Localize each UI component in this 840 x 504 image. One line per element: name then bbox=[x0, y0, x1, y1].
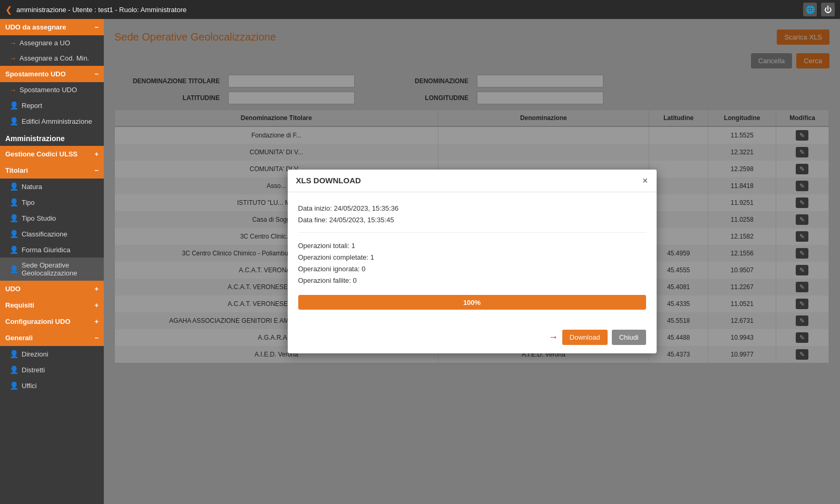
sidebar-item-tipo-label: Tipo bbox=[22, 199, 35, 206]
data-inizio: Data inizio: 24/05/2023, 15:35:36 bbox=[298, 203, 646, 214]
sidebar-item-report[interactable]: 👤 Report bbox=[0, 97, 104, 113]
arrow-indicator: → bbox=[549, 332, 558, 343]
modal-ops-section: Operazioni totali: 1 Operazioni completa… bbox=[298, 240, 646, 286]
sidebar-item-tipo-studio-label: Tipo Studio bbox=[22, 214, 56, 222]
arrow-icon: → bbox=[9, 54, 16, 62]
sidebar-section-spostamento-udo[interactable]: Spostamento UDO − bbox=[0, 66, 104, 82]
power-icon-button[interactable]: ⏻ bbox=[821, 3, 835, 16]
header-icons: 🌐 ⏻ bbox=[803, 3, 835, 16]
xls-download-modal: XLS DOWNLOAD × Data inizio: 24/05/2023, … bbox=[288, 170, 657, 354]
sidebar-section-udo[interactable]: UDO + bbox=[0, 281, 104, 297]
sidebar-item-forma-giuridica[interactable]: 👤 Forma Giuridica bbox=[0, 242, 104, 258]
sidebar-item-spostamento-udo-label: Spostamento UDO bbox=[19, 86, 77, 94]
sidebar-section-udo-assegnare[interactable]: UDO da assegnare − bbox=[0, 19, 104, 35]
user-icon: 👤 bbox=[9, 365, 18, 374]
user-icon: 👤 bbox=[9, 198, 18, 206]
globe-icon-button[interactable]: 🌐 bbox=[803, 3, 817, 16]
sidebar-section-generali-label: Generali bbox=[5, 334, 33, 342]
sidebar-item-classificazione[interactable]: 👤 Classificazione bbox=[0, 226, 104, 242]
sidebar-item-edifici-label: Edifici Amministrazione bbox=[22, 117, 92, 125]
main-layout: UDO da assegnare − → Assegnare a UO → As… bbox=[0, 19, 840, 504]
sidebar-item-natura[interactable]: 👤 Natura bbox=[0, 179, 104, 194]
sidebar-item-forma-giuridica-label: Forma Giuridica bbox=[22, 246, 70, 254]
sidebar-section-gestione-codici-ulss-toggle: + bbox=[94, 150, 99, 158]
sidebar-section-udo-label: UDO bbox=[5, 285, 21, 293]
progress-bar-outer: 100% bbox=[298, 295, 646, 310]
sidebar-section-gestione-codici-ulss[interactable]: Gestione Codici ULSS + bbox=[0, 146, 104, 162]
sidebar-section-titolari[interactable]: Titolari − bbox=[0, 162, 104, 179]
sidebar-item-distretti[interactable]: 👤 Distretti bbox=[0, 362, 104, 378]
modal-close-button[interactable]: × bbox=[642, 176, 648, 185]
user-icon: 👤 bbox=[9, 381, 18, 390]
app-header: ❮ amministrazione - Utente : test1 - Ruo… bbox=[0, 0, 840, 19]
sidebar-item-assegnare-uo-label: Assegnare a UO bbox=[19, 39, 70, 47]
sidebar-item-direzioni[interactable]: 👤 Direzioni bbox=[0, 346, 104, 362]
modal-title: XLS DOWNLOAD bbox=[296, 176, 361, 185]
user-icon: 👤 bbox=[9, 245, 18, 254]
sidebar-item-assegnare-cod-min[interactable]: → Assegnare a Cod. Min. bbox=[0, 51, 104, 66]
sidebar-section-configurazioni-udo[interactable]: Configurazioni UDO + bbox=[0, 313, 104, 330]
sidebar-section-requisiti[interactable]: Requisiti + bbox=[0, 297, 104, 313]
arrow-icon: → bbox=[9, 39, 16, 47]
sidebar-item-assegnare-uo[interactable]: → Assegnare a UO bbox=[0, 35, 104, 51]
sidebar-section-configurazioni-udo-toggle: + bbox=[94, 318, 99, 325]
modal-info-section: Data inizio: 24/05/2023, 15:35:36 Data f… bbox=[298, 203, 646, 233]
sidebar-item-assegnare-cod-min-label: Assegnare a Cod. Min. bbox=[19, 54, 89, 62]
header-left: ❮ amministrazione - Utente : test1 - Ruo… bbox=[5, 5, 187, 15]
sidebar-item-sede-operative-geolocalizzazione[interactable]: 👤 Sede Operative Geolocalizzazione bbox=[0, 258, 104, 281]
data-fine: Data fine: 24/05/2023, 15:35:45 bbox=[298, 214, 646, 226]
sidebar-section-udo-assegnare-toggle: − bbox=[94, 23, 99, 31]
sidebar-item-sede-operative-label: Sede Operative Geolocalizzazione bbox=[22, 261, 99, 277]
sidebar-section-requisiti-toggle: + bbox=[94, 301, 99, 309]
user-icon: 👤 bbox=[9, 214, 18, 222]
main-content: Sede Operative Geolocalizzazione Scarica… bbox=[104, 19, 840, 504]
progress-bar-inner: 100% bbox=[298, 295, 646, 310]
sidebar-item-spostamento-udo[interactable]: → Spostamento UDO bbox=[0, 82, 104, 97]
sidebar-item-uffici[interactable]: 👤 Uffici bbox=[0, 378, 104, 393]
operazioni-ignorata: Operazioni ignorata: 0 bbox=[298, 263, 646, 275]
sidebar-section-udo-assegnare-label: UDO da assegnare bbox=[5, 23, 66, 31]
sidebar-item-tipo[interactable]: 👤 Tipo bbox=[0, 194, 104, 210]
sidebar-item-edifici-amministrazione[interactable]: 👤 Edifici Amministrazione bbox=[0, 113, 104, 129]
arrow-icon: → bbox=[9, 86, 16, 94]
sidebar-section-spostamento-udo-label: Spostamento UDO bbox=[5, 70, 66, 78]
sidebar-item-natura-label: Natura bbox=[22, 183, 42, 191]
user-icon: 👤 bbox=[9, 350, 18, 358]
operazioni-completate: Operazioni completate: 1 bbox=[298, 252, 646, 263]
sidebar-section-configurazioni-udo-label: Configurazioni UDO bbox=[5, 318, 71, 325]
building-icon: 👤 bbox=[9, 117, 18, 125]
sidebar-section-generali-toggle: − bbox=[94, 334, 99, 342]
sidebar-section-titolari-label: Titolari bbox=[5, 166, 28, 174]
chiudi-button[interactable]: Chiudi bbox=[612, 330, 646, 345]
sidebar-item-tipo-studio[interactable]: 👤 Tipo Studio bbox=[0, 210, 104, 226]
red-arrow-icon: → bbox=[549, 332, 558, 343]
sidebar-item-uffici-label: Uffici bbox=[22, 382, 37, 390]
sidebar-plain-header-amministrazione: Amministrazione bbox=[0, 129, 104, 146]
operazioni-totali: Operazioni totali: 1 bbox=[298, 240, 646, 252]
sidebar-section-generali[interactable]: Generali − bbox=[0, 330, 104, 346]
user-icon: 👤 bbox=[9, 230, 18, 238]
modal-body: Data inizio: 24/05/2023, 15:35:36 Data f… bbox=[288, 192, 657, 325]
modal-overlay: XLS DOWNLOAD × Data inizio: 24/05/2023, … bbox=[104, 19, 840, 504]
user-icon: 👤 bbox=[9, 182, 18, 191]
sidebar-section-requisiti-label: Requisiti bbox=[5, 301, 34, 309]
sidebar-section-udo-toggle: + bbox=[94, 285, 99, 293]
user-icon: 👤 bbox=[9, 265, 18, 273]
sidebar-section-titolari-toggle: − bbox=[94, 166, 99, 174]
progress-label: 100% bbox=[463, 299, 481, 307]
sidebar: UDO da assegnare − → Assegnare a UO → As… bbox=[0, 19, 104, 504]
collapse-sidebar-icon[interactable]: ❮ bbox=[5, 5, 12, 15]
download-button[interactable]: Download bbox=[562, 330, 608, 345]
sidebar-section-spostamento-udo-toggle: − bbox=[94, 70, 99, 78]
header-title: amministrazione - Utente : test1 - Ruolo… bbox=[16, 6, 187, 14]
modal-header: XLS DOWNLOAD × bbox=[288, 170, 657, 192]
sidebar-item-direzioni-label: Direzioni bbox=[22, 350, 48, 358]
sidebar-section-gestione-codici-ulss-label: Gestione Codici ULSS bbox=[5, 150, 77, 158]
modal-footer: → Download Chiudi bbox=[288, 324, 657, 353]
user-icon: 👤 bbox=[9, 101, 18, 110]
sidebar-item-report-label: Report bbox=[22, 102, 42, 110]
sidebar-item-classificazione-label: Classificazione bbox=[22, 230, 67, 238]
operazioni-fallite: Operazioni fallite: 0 bbox=[298, 275, 646, 286]
sidebar-item-distretti-label: Distretti bbox=[22, 366, 45, 374]
